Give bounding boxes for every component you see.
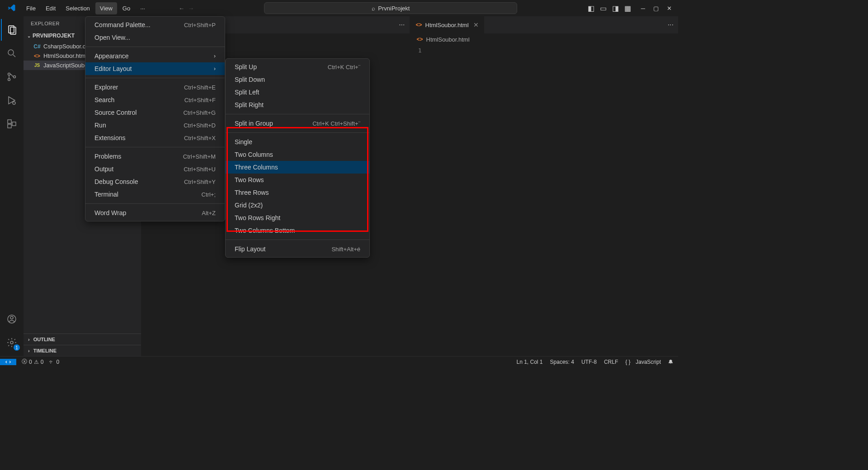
- cs-icon: C#: [33, 43, 41, 50]
- remote-indicator[interactable]: [0, 359, 16, 365]
- activity-source-control[interactable]: [1, 66, 23, 88]
- menu-item-label: Source Control: [94, 109, 137, 116]
- status-language[interactable]: { } JavaScript: [625, 359, 661, 365]
- status-encoding[interactable]: UTF-8: [581, 359, 597, 365]
- menu-item-two-rows[interactable]: Two Rows: [226, 174, 369, 186]
- menu-item-label: Run: [94, 122, 106, 129]
- activity-search[interactable]: [1, 42, 23, 64]
- activity-settings[interactable]: 1: [1, 332, 23, 353]
- layout-sidebar-left-icon[interactable]: ◧: [588, 4, 594, 13]
- warning-icon: ⚠: [34, 359, 39, 365]
- layout-customize-icon[interactable]: ▦: [624, 4, 631, 13]
- status-eol[interactable]: CRLF: [604, 359, 618, 365]
- menu-item-grid-2x2-[interactable]: Grid (2x2): [226, 199, 369, 212]
- nav-forward-icon[interactable]: →: [188, 5, 194, 12]
- js-icon: JS: [33, 63, 41, 68]
- menu-item-label: Three Rows: [235, 189, 269, 196]
- menu-more[interactable]: ···: [136, 2, 150, 14]
- menu-item-output[interactable]: OutputCtrl+Shift+U: [85, 163, 225, 175]
- window-close-icon[interactable]: ✕: [667, 5, 672, 12]
- menu-shortcut: Ctrl+Shift+D: [184, 122, 216, 129]
- activity-extensions[interactable]: [1, 113, 23, 135]
- layout-sidebar-right-icon[interactable]: ◨: [612, 4, 619, 13]
- tab-label: HtmlSoubor.html: [425, 22, 469, 28]
- menu-item-three-rows[interactable]: Three Rows: [226, 186, 369, 199]
- svg-point-11: [10, 316, 13, 319]
- menu-item-two-columns-bottom[interactable]: Two Columns Bottom: [226, 224, 369, 237]
- svg-point-5: [14, 76, 16, 78]
- command-center[interactable]: ⌕ PrvniProjekt: [264, 2, 517, 14]
- activity-run[interactable]: [1, 89, 23, 111]
- menu-item-split-up[interactable]: Split UpCtrl+K Ctrl+¨: [226, 61, 369, 73]
- layout-panel-icon[interactable]: ▭: [600, 4, 607, 13]
- editor-actions-more[interactable]: ···: [394, 21, 409, 29]
- svg-point-3: [8, 73, 10, 75]
- chevron-right-icon: ›: [214, 53, 216, 59]
- activity-explorer[interactable]: [1, 19, 23, 41]
- settings-badge: 1: [14, 344, 20, 351]
- titlebar: File Edit Selection View Go ··· ← → ⌕ Pr…: [0, 0, 678, 16]
- menu-item-label: Two Columns Bottom: [235, 227, 295, 234]
- menu-item-source-control[interactable]: Source ControlCtrl+Shift+G: [85, 106, 225, 119]
- statusbar: ⓧ0 ⚠0 ᯤ0 Ln 1, Col 1 Spaces: 4 UTF-8 CRL…: [0, 356, 678, 367]
- nav-back-icon[interactable]: ←: [179, 5, 184, 12]
- menu-item-problems[interactable]: ProblemsCtrl+Shift+M: [85, 150, 225, 163]
- status-lncol[interactable]: Ln 1, Col 1: [517, 359, 543, 365]
- timeline-section[interactable]: › TIMELINE: [24, 345, 141, 356]
- editor-actions-more[interactable]: ···: [663, 21, 678, 29]
- menu-item-split-in-group[interactable]: Split in GroupCtrl+K Ctrl+Shift+¨: [226, 117, 369, 130]
- menu-shortcut: Ctrl+;: [202, 191, 216, 198]
- menu-item-split-left[interactable]: Split Left: [226, 86, 369, 99]
- line-gutter: 1: [410, 47, 428, 354]
- menu-edit[interactable]: Edit: [41, 2, 60, 14]
- menu-item-label: Three Columns: [235, 164, 278, 171]
- menu-item-explorer[interactable]: ExplorerCtrl+Shift+E: [85, 81, 225, 94]
- editor-pane-right: <> HtmlSoubor.html ✕ ··· <> HtmlSoubor.h…: [410, 16, 679, 356]
- activitybar: 1: [0, 16, 24, 356]
- status-spaces[interactable]: Spaces: 4: [550, 359, 574, 365]
- outline-section[interactable]: › OUTLINE: [24, 334, 141, 345]
- editor-tab[interactable]: <> HtmlSoubor.html ✕: [410, 16, 485, 33]
- menu-view[interactable]: View: [95, 2, 117, 14]
- menu-item-appearance[interactable]: Appearance›: [85, 50, 225, 62]
- menu-item-label: Open View...: [94, 34, 130, 41]
- close-icon[interactable]: ✕: [473, 21, 479, 28]
- menu-item-label: Split Left: [235, 89, 259, 96]
- menu-selection[interactable]: Selection: [61, 2, 94, 14]
- menu-item-split-down[interactable]: Split Down: [226, 73, 369, 86]
- menu-item-label: Flip Layout: [235, 245, 265, 253]
- menu-item-command-palette-[interactable]: Command Palette...Ctrl+Shift+P: [85, 19, 225, 31]
- menu-item-flip-layout[interactable]: Flip LayoutShift+Alt+é: [226, 243, 369, 255]
- status-notifications[interactable]: 🔔︎: [668, 359, 674, 365]
- broadcast-icon: ᯤ: [49, 359, 54, 365]
- menu-item-two-columns[interactable]: Two Columns: [226, 148, 369, 161]
- menu-item-extensions[interactable]: ExtensionsCtrl+Shift+X: [85, 132, 225, 144]
- html-icon: <>: [416, 36, 424, 42]
- menu-item-single[interactable]: Single: [226, 136, 369, 148]
- menu-item-terminal[interactable]: TerminalCtrl+;: [85, 188, 225, 201]
- menu-item-split-right[interactable]: Split Right: [226, 99, 369, 111]
- menu-item-open-view-[interactable]: Open View...: [85, 31, 225, 44]
- menu-item-label: Two Columns: [235, 151, 273, 158]
- menu-go[interactable]: Go: [118, 2, 135, 14]
- menu-item-word-wrap[interactable]: Word WrapAlt+Z: [85, 207, 225, 219]
- status-problems[interactable]: ⓧ0 ⚠0: [22, 358, 43, 366]
- menu-item-debug-console[interactable]: Debug ConsoleCtrl+Shift+Y: [85, 175, 225, 188]
- menu-file[interactable]: File: [22, 2, 40, 14]
- menu-item-run[interactable]: RunCtrl+Shift+D: [85, 119, 225, 132]
- chevron-down-icon: ⌄: [27, 33, 31, 38]
- window-maximize-icon[interactable]: ▢: [653, 5, 659, 12]
- menu-shortcut: Ctrl+Shift+X: [184, 135, 216, 141]
- menu-item-three-columns[interactable]: Three Columns: [226, 161, 369, 174]
- menu-item-two-rows-right[interactable]: Two Rows Right: [226, 212, 369, 224]
- menu-shortcut: Ctrl+Shift+F: [184, 97, 216, 103]
- svg-rect-8: [8, 124, 11, 128]
- breadcrumb[interactable]: <> HtmlSoubor.html: [410, 33, 679, 45]
- project-name: PRVNIPROJEKT: [33, 33, 75, 39]
- bell-icon: 🔔︎: [668, 359, 674, 365]
- status-ports[interactable]: ᯤ0: [49, 359, 59, 365]
- menu-item-search[interactable]: SearchCtrl+Shift+F: [85, 94, 225, 106]
- activity-account[interactable]: [1, 308, 23, 330]
- menu-item-editor-layout[interactable]: Editor Layout›: [85, 62, 225, 75]
- window-minimize-icon[interactable]: ─: [641, 5, 645, 12]
